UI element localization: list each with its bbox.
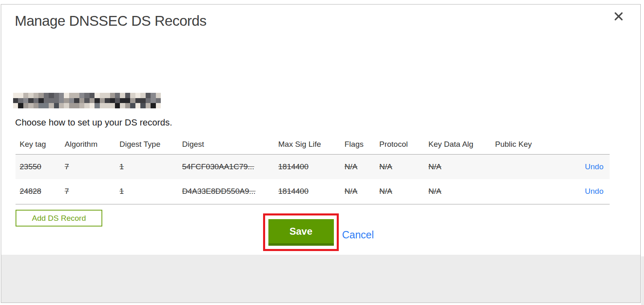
- redaction-pixel: [64, 98, 69, 103]
- redaction-pixel: [130, 93, 135, 98]
- redaction-pixel: [44, 93, 49, 98]
- redaction-pixel: [28, 98, 33, 103]
- redaction-pixel: [59, 103, 64, 108]
- redaction-pixel: [44, 98, 49, 103]
- cell-key-data-alg: N/A: [428, 179, 495, 204]
- redaction-pixel: [146, 98, 151, 103]
- redaction-pixel: [105, 93, 110, 98]
- cell-public-key: [495, 179, 572, 204]
- close-icon: [614, 11, 624, 23]
- cell-flags: N/A: [345, 154, 379, 179]
- close-button[interactable]: [612, 11, 625, 23]
- redaction-pixel: [49, 98, 54, 103]
- redaction-pixel: [59, 98, 64, 103]
- redaction-pixel: [18, 98, 23, 103]
- redaction-pixel: [13, 103, 18, 108]
- redaction-pixel: [23, 98, 28, 103]
- cell-key-tag: 23550: [16, 154, 65, 179]
- redacted-domain-name: [13, 93, 161, 108]
- add-ds-record-button[interactable]: Add DS Record: [16, 210, 102, 227]
- redaction-pixel: [105, 98, 110, 103]
- redaction-pixel: [110, 93, 115, 98]
- undo-link[interactable]: Undo: [585, 162, 603, 171]
- redaction-pixel: [38, 93, 43, 98]
- col-header-key-data-alg: Key Data Alg: [428, 135, 495, 154]
- redaction-pixel: [74, 98, 79, 103]
- redaction-pixel: [151, 98, 155, 103]
- redaction-pixel: [95, 98, 99, 103]
- redaction-pixel: [135, 103, 140, 108]
- redaction-pixel: [110, 103, 115, 108]
- dialog-footer: Save Cancel: [1, 255, 640, 303]
- redaction-pixel: [140, 103, 145, 108]
- redaction-pixel: [69, 93, 74, 98]
- redaction-pixel: [84, 103, 89, 108]
- redaction-pixel: [44, 103, 49, 108]
- redaction-pixel: [34, 98, 38, 103]
- redaction-pixel: [84, 98, 89, 103]
- redaction-pixel: [74, 93, 79, 98]
- redaction-pixel: [100, 103, 105, 108]
- cell-protocol: N/A: [379, 154, 428, 179]
- save-button[interactable]: Save: [268, 219, 334, 246]
- redaction-pixel: [28, 93, 33, 98]
- save-highlight-annotation: Save: [263, 213, 339, 251]
- col-header-digest-type: Digest Type: [119, 135, 182, 154]
- ds-records-table: Key tag Algorithm Digest Type Digest Max…: [16, 135, 610, 204]
- redaction-pixel: [23, 93, 28, 98]
- redaction-pixel: [125, 98, 130, 103]
- redaction-pixel: [125, 103, 130, 108]
- redaction-pixel: [13, 93, 18, 98]
- redaction-pixel: [18, 93, 23, 98]
- redaction-pixel: [135, 98, 140, 103]
- cancel-link[interactable]: Cancel: [342, 229, 374, 241]
- cell-algorithm: 7: [65, 154, 119, 179]
- redaction-pixel: [28, 103, 33, 108]
- redaction-pixel: [156, 98, 161, 103]
- col-header-key-tag: Key tag: [16, 135, 65, 154]
- undo-link[interactable]: Undo: [585, 187, 603, 195]
- redaction-pixel: [84, 93, 89, 98]
- redaction-pixel: [115, 103, 120, 108]
- redaction-pixel: [151, 93, 155, 98]
- cell-algorithm: 7: [65, 179, 119, 204]
- redaction-pixel: [120, 103, 125, 108]
- col-header-flags: Flags: [345, 135, 379, 154]
- redaction-pixel: [38, 103, 43, 108]
- col-header-max-sig-life: Max Sig Life: [278, 135, 345, 154]
- table-header-row: Key tag Algorithm Digest Type Digest Max…: [16, 135, 610, 154]
- col-header-protocol: Protocol: [379, 135, 428, 154]
- setup-instructions: Choose how to set up your DS records.: [15, 117, 172, 128]
- redaction-pixel: [156, 93, 161, 98]
- redaction-pixel: [54, 98, 59, 103]
- cell-max-sig-life: 1814400: [278, 154, 345, 179]
- cell-key-data-alg: N/A: [428, 154, 495, 179]
- cell-public-key: [495, 154, 572, 179]
- redaction-pixel: [49, 93, 54, 98]
- redaction-pixel: [18, 103, 23, 108]
- ds-record-row: 24828 7 1 D4A33E8DD550A9... 1814400 N/A …: [16, 179, 610, 204]
- redaction-pixel: [140, 93, 145, 98]
- cell-key-tag: 24828: [16, 179, 65, 204]
- col-header-public-key: Public Key: [495, 135, 572, 154]
- cell-digest-type: 1: [119, 154, 182, 179]
- redaction-pixel: [146, 103, 151, 108]
- redaction-pixel: [69, 98, 74, 103]
- redaction-pixel: [49, 103, 54, 108]
- cell-max-sig-life: 1814400: [278, 179, 345, 204]
- col-header-actions: [572, 135, 610, 154]
- redaction-pixel: [34, 93, 38, 98]
- redaction-pixel: [156, 103, 161, 108]
- redaction-pixel: [34, 103, 38, 108]
- redaction-pixel: [105, 103, 110, 108]
- redaction-pixel: [125, 93, 130, 98]
- redaction-pixel: [90, 103, 95, 108]
- redaction-pixel: [54, 103, 59, 108]
- redaction-pixel: [120, 93, 125, 98]
- redaction-pixel: [130, 98, 135, 103]
- cell-actions: Undo: [572, 179, 610, 204]
- redaction-pixel: [90, 98, 95, 103]
- redaction-pixel: [100, 93, 105, 98]
- col-header-digest: Digest: [182, 135, 278, 154]
- dialog-title: Manage DNSSEC DS Records: [15, 13, 206, 29]
